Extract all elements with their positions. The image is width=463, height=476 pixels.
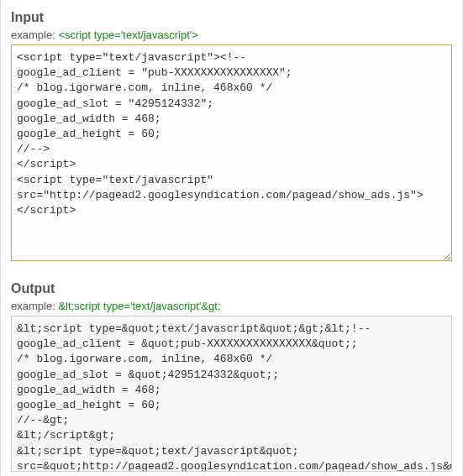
- converter-panel: Input example: <script type='text/javasc…: [0, 0, 463, 476]
- output-example-label: example:: [11, 300, 55, 312]
- input-section-title: Input: [11, 10, 452, 25]
- output-textarea[interactable]: [11, 316, 452, 472]
- input-example-label: example:: [11, 29, 55, 41]
- input-example-line: example: <script type='text/javascript'>: [11, 29, 452, 41]
- input-example-text: <script type='text/javascript'>: [58, 29, 197, 41]
- output-section-title: Output: [11, 281, 452, 296]
- output-example-line: example: &lt;script type='text/javascrip…: [11, 300, 452, 312]
- input-textarea[interactable]: [11, 44, 452, 261]
- output-example-text: &lt;script type='text/javascript'&gt;: [58, 300, 220, 312]
